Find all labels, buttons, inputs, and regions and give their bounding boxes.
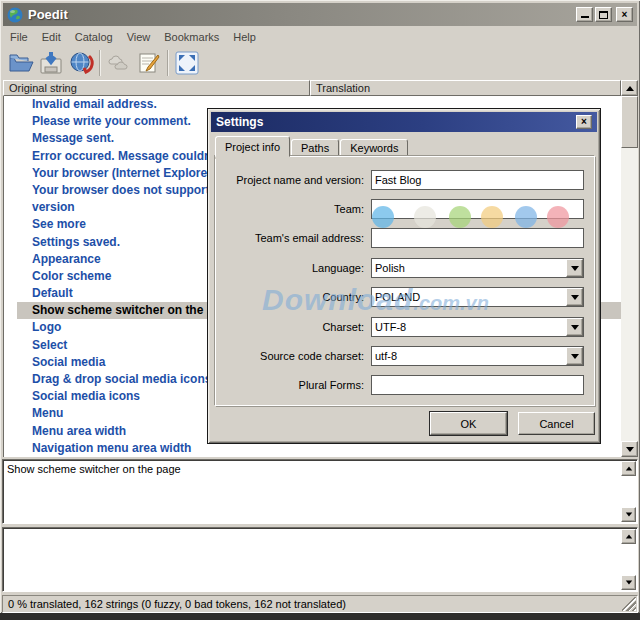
toolbar-separator bbox=[167, 50, 169, 76]
toolbar bbox=[3, 46, 637, 79]
menu-edit[interactable]: Edit bbox=[35, 30, 68, 44]
team-email-input[interactable] bbox=[371, 228, 584, 248]
clouds-icon bbox=[106, 50, 132, 76]
menu-view[interactable]: View bbox=[120, 30, 158, 44]
pane-scroll-up-button[interactable] bbox=[621, 461, 636, 476]
combo-dropdown-button[interactable] bbox=[566, 347, 583, 365]
window-title: Poedit bbox=[28, 7, 68, 22]
minimize-icon bbox=[581, 11, 589, 18]
chevron-down-icon bbox=[571, 295, 579, 300]
globe-update-icon bbox=[68, 50, 94, 76]
resize-grip[interactable] bbox=[622, 597, 636, 611]
source-charset-label: Source code charset: bbox=[222, 346, 364, 366]
settings-tabs: Project info Paths Keywords bbox=[215, 135, 409, 157]
dialog-title: Settings bbox=[216, 115, 263, 129]
tab-paths[interactable]: Paths bbox=[291, 139, 339, 157]
scroll-up-button[interactable] bbox=[621, 80, 638, 96]
combo-dropdown-button[interactable] bbox=[566, 288, 583, 306]
settings-dialog: Settings × Project info Paths Keywords P… bbox=[207, 108, 601, 444]
menu-help[interactable]: Help bbox=[226, 30, 263, 44]
open-folder-icon bbox=[8, 50, 34, 76]
scroll-down-button[interactable] bbox=[621, 441, 638, 457]
menu-file[interactable]: File bbox=[3, 30, 35, 44]
column-header-translation[interactable]: Translation bbox=[310, 80, 621, 96]
open-catalog-button[interactable] bbox=[6, 48, 36, 78]
language-combo[interactable]: Polish bbox=[371, 258, 584, 278]
fullscreen-button[interactable] bbox=[172, 48, 202, 78]
poedit-app-icon bbox=[7, 7, 23, 23]
combo-dropdown-button[interactable] bbox=[566, 318, 583, 336]
team-input[interactable] bbox=[371, 199, 584, 219]
translation-text-pane[interactable] bbox=[2, 527, 638, 592]
project-name-input[interactable] bbox=[371, 170, 584, 190]
maximize-button[interactable] bbox=[595, 7, 612, 22]
menu-catalog[interactable]: Catalog bbox=[68, 30, 120, 44]
cancel-button[interactable]: Cancel bbox=[518, 412, 595, 435]
scroll-up-icon bbox=[625, 535, 631, 539]
language-label: Language: bbox=[222, 258, 364, 278]
menu-bar: File Edit Catalog View Bookmarks Help bbox=[3, 28, 637, 45]
save-icon bbox=[38, 50, 64, 76]
scroll-up-icon bbox=[626, 86, 634, 91]
comment-note-icon bbox=[136, 50, 162, 76]
country-value: POLAND bbox=[372, 288, 566, 306]
update-catalog-button[interactable] bbox=[66, 48, 96, 78]
team-label: Team: bbox=[222, 199, 364, 219]
close-icon: × bbox=[622, 10, 628, 20]
minimize-button[interactable] bbox=[576, 7, 593, 22]
dialog-close-button[interactable]: × bbox=[576, 115, 592, 129]
scrollbar-thumb[interactable] bbox=[621, 96, 638, 148]
dialog-title-bar[interactable]: Settings × bbox=[211, 112, 597, 132]
pane-scroll-up-button[interactable] bbox=[621, 529, 636, 544]
pane-scroll-down-button[interactable] bbox=[621, 575, 636, 590]
tab-project-info[interactable]: Project info bbox=[215, 136, 290, 157]
scroll-down-icon bbox=[625, 513, 631, 517]
combo-dropdown-button[interactable] bbox=[566, 259, 583, 277]
fullscreen-arrows-icon bbox=[174, 50, 200, 76]
project-name-label: Project name and version: bbox=[222, 170, 364, 190]
menu-bookmarks[interactable]: Bookmarks bbox=[157, 30, 226, 44]
source-charset-value: utf-8 bbox=[372, 347, 566, 365]
source-text: Show scheme switcher on the page bbox=[7, 463, 181, 475]
plural-forms-label: Plural Forms: bbox=[222, 375, 364, 395]
edit-comment-button[interactable] bbox=[134, 48, 164, 78]
chevron-down-icon bbox=[571, 325, 579, 330]
plural-forms-input[interactable] bbox=[371, 375, 584, 395]
country-label: Country: bbox=[222, 287, 364, 307]
ok-button[interactable]: OK bbox=[430, 412, 507, 435]
scroll-down-icon bbox=[626, 447, 634, 452]
pane-scroll-down-button[interactable] bbox=[621, 507, 636, 522]
scroll-down-icon bbox=[625, 581, 631, 585]
list-header: Original string Translation bbox=[3, 80, 621, 96]
chevron-down-icon bbox=[571, 266, 579, 271]
source-text-pane[interactable]: Show scheme switcher on the page bbox=[2, 459, 638, 524]
column-header-original[interactable]: Original string bbox=[3, 80, 310, 96]
team-email-label: Team's email address: bbox=[222, 228, 364, 248]
toolbar-separator bbox=[99, 50, 101, 76]
status-text: 0 % translated, 162 strings (0 fuzzy, 0 … bbox=[8, 598, 346, 610]
tab-keywords[interactable]: Keywords bbox=[340, 139, 408, 157]
chevron-down-icon bbox=[571, 354, 579, 359]
close-icon: × bbox=[581, 117, 587, 127]
status-bar: 0 % translated, 162 strings (0 fuzzy, 0 … bbox=[2, 595, 638, 613]
language-value: Polish bbox=[372, 259, 566, 277]
project-info-tab-page: Project name and version: Team: Team's e… bbox=[215, 156, 595, 406]
scroll-up-icon bbox=[625, 467, 631, 471]
country-combo[interactable]: POLAND bbox=[371, 287, 584, 307]
title-bar[interactable]: Poedit × bbox=[3, 3, 637, 26]
list-scrollbar[interactable] bbox=[621, 80, 638, 457]
maximize-icon bbox=[599, 11, 608, 19]
close-button[interactable]: × bbox=[616, 7, 633, 22]
charset-label: Charset: bbox=[222, 317, 364, 337]
fuzzy-toggle-button[interactable] bbox=[104, 48, 134, 78]
charset-value: UTF-8 bbox=[372, 318, 566, 336]
source-charset-combo[interactable]: utf-8 bbox=[371, 346, 584, 366]
charset-combo[interactable]: UTF-8 bbox=[371, 317, 584, 337]
save-catalog-button[interactable] bbox=[36, 48, 66, 78]
